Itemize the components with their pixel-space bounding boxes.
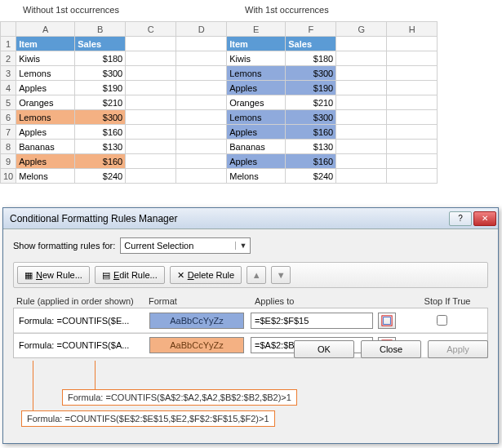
- cell[interactable]: $180: [75, 51, 126, 66]
- cell[interactable]: [336, 154, 387, 169]
- cell[interactable]: Lemons: [227, 110, 286, 125]
- cell[interactable]: [126, 66, 176, 81]
- row-header[interactable]: 6: [1, 110, 16, 125]
- cell[interactable]: [126, 51, 176, 66]
- cell[interactable]: $160: [75, 125, 126, 140]
- col-header[interactable]: B: [75, 22, 126, 37]
- cell[interactable]: $130: [75, 140, 126, 154]
- cell[interactable]: Kiwis: [227, 51, 286, 66]
- move-up-button[interactable]: ▲: [247, 266, 266, 284]
- cell[interactable]: [336, 95, 387, 110]
- move-down-button[interactable]: ▼: [271, 266, 291, 284]
- delete-rule-button[interactable]: ✕ Delete Rule: [170, 266, 242, 284]
- cell[interactable]: [126, 154, 176, 169]
- row-header[interactable]: 9: [1, 154, 16, 169]
- cell[interactable]: [176, 51, 227, 66]
- cell[interactable]: Lemons: [16, 110, 75, 125]
- cell[interactable]: $190: [75, 81, 126, 95]
- cell[interactable]: Oranges: [16, 95, 75, 110]
- cell[interactable]: Bananas: [16, 140, 75, 154]
- col-header[interactable]: E: [227, 22, 286, 37]
- cell[interactable]: $300: [75, 66, 126, 81]
- cell[interactable]: Kiwis: [16, 51, 75, 66]
- cell[interactable]: [336, 110, 387, 125]
- row-header[interactable]: 3: [1, 66, 16, 81]
- applies-to-field[interactable]: =$E$2:$F$15: [251, 313, 373, 329]
- row-header[interactable]: 2: [1, 51, 16, 66]
- row-header[interactable]: 10: [1, 169, 16, 184]
- row-header[interactable]: 4: [1, 81, 16, 95]
- cell[interactable]: [387, 66, 438, 81]
- cell[interactable]: $240: [286, 169, 336, 184]
- cell[interactable]: [126, 110, 176, 125]
- cell[interactable]: [126, 81, 176, 95]
- cell[interactable]: $300: [286, 66, 336, 81]
- cell[interactable]: Melons: [16, 169, 75, 184]
- cell[interactable]: [176, 37, 227, 51]
- cell[interactable]: [387, 125, 438, 140]
- cell[interactable]: [336, 66, 387, 81]
- cell[interactable]: [336, 125, 387, 140]
- col-header[interactable]: D: [176, 22, 227, 37]
- col-header[interactable]: H: [387, 22, 438, 37]
- cell[interactable]: Melons: [227, 169, 286, 184]
- cell[interactable]: [176, 125, 227, 140]
- cell[interactable]: [387, 154, 438, 169]
- col-header[interactable]: A: [16, 22, 75, 37]
- cell[interactable]: [126, 140, 176, 154]
- close-icon[interactable]: ✕: [473, 211, 496, 226]
- rule-row[interactable]: Formula: =COUNTIFS($E...AaBbCcYyZz=$E$2:…: [14, 308, 487, 333]
- cell[interactable]: Apples: [227, 81, 286, 95]
- cell[interactable]: [126, 95, 176, 110]
- select-all-cell[interactable]: [1, 22, 16, 37]
- row-header[interactable]: 8: [1, 140, 16, 154]
- cell[interactable]: [336, 169, 387, 184]
- cell[interactable]: Bananas: [227, 140, 286, 154]
- cell[interactable]: [336, 51, 387, 66]
- cell[interactable]: Sales: [75, 37, 126, 51]
- cell[interactable]: [336, 37, 387, 51]
- help-button[interactable]: ?: [449, 211, 472, 226]
- cell[interactable]: $300: [286, 110, 336, 125]
- ok-button[interactable]: OK: [294, 340, 354, 358]
- cell[interactable]: Apples: [16, 81, 75, 95]
- cell[interactable]: $160: [286, 125, 336, 140]
- cell[interactable]: [176, 169, 227, 184]
- cell[interactable]: [336, 140, 387, 154]
- cell[interactable]: Lemons: [16, 66, 75, 81]
- cell[interactable]: $180: [286, 51, 336, 66]
- cell[interactable]: Sales: [286, 37, 336, 51]
- cell[interactable]: [387, 110, 438, 125]
- col-header[interactable]: G: [336, 22, 387, 37]
- cell[interactable]: [387, 95, 438, 110]
- cell[interactable]: [387, 140, 438, 154]
- close-button[interactable]: Close: [361, 340, 421, 358]
- cell[interactable]: $160: [286, 154, 336, 169]
- cell[interactable]: [176, 81, 227, 95]
- cell[interactable]: $300: [75, 110, 126, 125]
- cell[interactable]: [176, 66, 227, 81]
- stop-if-true-checkbox[interactable]: [396, 313, 487, 328]
- cell[interactable]: Oranges: [227, 95, 286, 110]
- cell[interactable]: [126, 169, 176, 184]
- cell[interactable]: $240: [75, 169, 126, 184]
- cell[interactable]: [126, 37, 176, 51]
- new-rule-button[interactable]: ▦ New Rule...: [17, 266, 90, 284]
- cell[interactable]: [176, 140, 227, 154]
- cell[interactable]: [126, 125, 176, 140]
- cell[interactable]: [336, 81, 387, 95]
- row-header[interactable]: 5: [1, 95, 16, 110]
- cell[interactable]: Apples: [16, 125, 75, 140]
- cell[interactable]: Apples: [16, 154, 75, 169]
- cell[interactable]: [176, 95, 227, 110]
- cell[interactable]: Item: [16, 37, 75, 51]
- cell[interactable]: [387, 169, 438, 184]
- cell[interactable]: $160: [75, 154, 126, 169]
- range-picker-icon[interactable]: [378, 313, 396, 329]
- cell[interactable]: [387, 51, 438, 66]
- cell[interactable]: $190: [286, 81, 336, 95]
- cell[interactable]: $130: [286, 140, 336, 154]
- cell[interactable]: Item: [227, 37, 286, 51]
- scope-select[interactable]: Current Selection ▼: [120, 237, 251, 254]
- cell[interactable]: Apples: [227, 125, 286, 140]
